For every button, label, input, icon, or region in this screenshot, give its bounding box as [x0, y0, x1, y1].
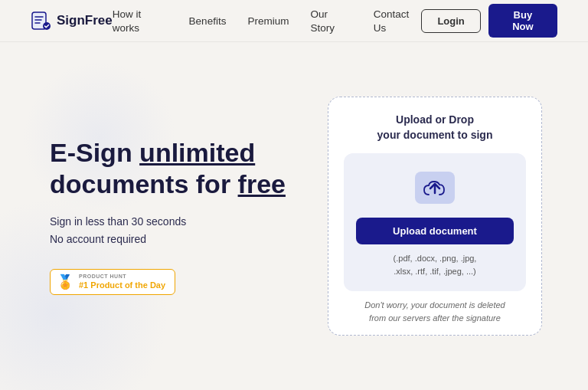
- headline-unlimited: unlimited: [139, 138, 255, 167]
- navbar: SignFree How it works Benefits Premium O…: [0, 0, 588, 42]
- nav-item-how-it-works[interactable]: How it works: [113, 7, 168, 34]
- logo[interactable]: SignFree: [31, 10, 113, 31]
- headline: E-Sign unlimited documents for free: [50, 137, 310, 200]
- upload-inner: Upload document (.pdf, .docx, .png, .jpg…: [344, 153, 526, 291]
- subtext-line2: No account required: [50, 233, 146, 245]
- logo-icon: [31, 10, 52, 31]
- nav-item-contact-us[interactable]: Contact Us: [374, 7, 422, 34]
- main-content: E-Sign unlimited documents for free Sign…: [0, 42, 588, 390]
- upload-card: Upload or Dropyour document to sign Uplo…: [328, 97, 542, 336]
- right-section: Upload or Dropyour document to sign Uplo…: [328, 97, 542, 336]
- upload-document-button[interactable]: Upload document: [356, 218, 514, 244]
- headline-free: free: [238, 169, 286, 198]
- file-types-text: (.pdf, .docx, .png, .jpg,.xlsx, .rtf, .t…: [356, 252, 514, 277]
- subtext-line1: Sign in less than 30 seconds: [50, 215, 186, 228]
- medal-icon: 🏅: [57, 274, 74, 290]
- badge-text-wrap: PRODUCT HUNT #1 Product of the Day: [79, 274, 165, 290]
- nav-item-premium[interactable]: Premium: [247, 14, 289, 28]
- cloud-upload-icon: [415, 172, 455, 204]
- nav-item-our-story[interactable]: Our Story: [310, 7, 351, 34]
- badge-main: #1 Product of the Day: [79, 280, 165, 290]
- nav-buttons: Login Buy Now: [421, 4, 557, 38]
- buynow-button[interactable]: Buy Now: [488, 4, 557, 38]
- product-hunt-badge[interactable]: 🏅 PRODUCT HUNT #1 Product of the Day: [50, 269, 175, 295]
- left-section: E-Sign unlimited documents for free Sign…: [50, 137, 310, 295]
- badge-label: PRODUCT HUNT: [79, 274, 165, 280]
- logo-text: SignFree: [57, 13, 113, 28]
- nav-links: How it works Benefits Premium Our Story …: [113, 7, 422, 34]
- upload-card-title: Upload or Dropyour document to sign: [344, 113, 526, 143]
- privacy-note: Don't worry, your document is deletedfro…: [344, 299, 526, 324]
- cloud-icon-wrap: [356, 172, 514, 207]
- login-button[interactable]: Login: [421, 9, 480, 33]
- nav-item-benefits[interactable]: Benefits: [189, 14, 227, 28]
- subtext: Sign in less than 30 seconds No account …: [50, 213, 310, 247]
